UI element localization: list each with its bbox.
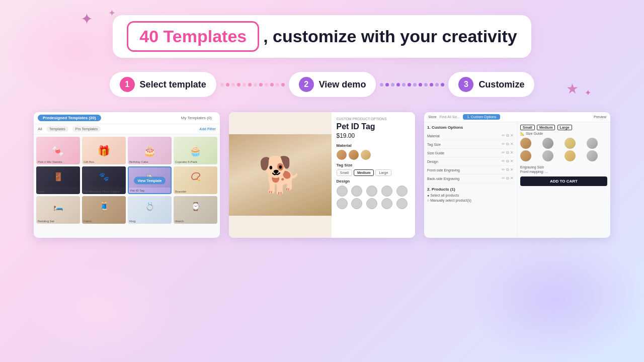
step-3-number: 3 <box>458 77 473 92</box>
copy-icon[interactable]: ⧉ <box>506 167 509 172</box>
template-item-cupcake[interactable]: 🧁 Cupcake 6-Pack <box>174 137 217 164</box>
dot <box>430 83 433 86</box>
select-products-option[interactable]: ● Select all products <box>427 194 514 197</box>
template-item-door[interactable]: 🚪 Door <box>36 166 80 194</box>
dot <box>408 83 411 86</box>
edit-icon[interactable]: ✏ <box>502 167 505 172</box>
add-filter[interactable]: Add Filter <box>199 127 216 131</box>
template-item-pet-tag[interactable]: 🏷️ View Template Pet ID Tag <box>128 166 172 194</box>
design-option[interactable] <box>337 198 348 209</box>
material-circle-7[interactable] <box>565 150 576 161</box>
ss1-tab-predesigned[interactable]: Predesigned Templates (20) <box>38 115 101 121</box>
ss1-tab-my[interactable]: My Templates (0) <box>177 115 216 121</box>
edit-icon[interactable]: ✏ <box>502 150 505 155</box>
size-btn-small[interactable]: Small <box>520 125 535 130</box>
step-1[interactable]: 1 Select template <box>110 72 216 97</box>
ss3-find-label: Find All Siz... <box>440 115 460 119</box>
template-item-pet-frame[interactable]: 🐾 Pet Memorial Photo Frame <box>82 166 126 194</box>
template-item-label: Bracelet <box>175 190 186 193</box>
design-option[interactable] <box>366 198 377 209</box>
material-circle-1[interactable] <box>520 138 531 149</box>
ss3-store-label: Store <box>428 115 437 119</box>
template-item-label: Pick n Mix Sweets <box>38 160 62 163</box>
step-3[interactable]: 3 Customize <box>448 72 534 97</box>
delete-icon[interactable]: ✕ <box>510 176 514 181</box>
delete-icon[interactable]: ✕ <box>510 142 514 147</box>
filter-all[interactable]: All <box>38 127 42 131</box>
material-circle-8[interactable] <box>587 150 598 161</box>
option-actions: ✏ ⧉ ✕ <box>502 159 514 164</box>
material-circle-2[interactable] <box>542 138 553 149</box>
filter-pro-tag[interactable]: Pro Templates <box>72 126 101 132</box>
add-to-cart-button[interactable]: ADD TO CART <box>520 176 607 186</box>
option-tag-size[interactable]: Tag Size ✏ ⧉ ✕ <box>427 140 514 149</box>
delete-icon[interactable]: ✕ <box>510 133 514 138</box>
size-btn-medium[interactable]: Medium <box>537 125 555 130</box>
design-option[interactable] <box>381 198 392 209</box>
design-option[interactable] <box>351 198 362 209</box>
option-material[interactable]: Material ✏ ⧉ ✕ <box>427 132 514 140</box>
template-item-ring[interactable]: 💍 Ring <box>128 196 172 224</box>
dot <box>259 83 263 86</box>
design-option[interactable] <box>396 198 408 209</box>
option-design[interactable]: Design ✏ ⧉ ✕ <box>427 157 514 166</box>
option-actions: ✏ ⧉ ✕ <box>502 167 514 172</box>
copy-icon[interactable]: ⧉ <box>506 133 509 138</box>
copy-icon[interactable]: ⧉ <box>506 176 509 181</box>
copy-icon[interactable]: ⧉ <box>506 142 509 147</box>
step-2[interactable]: 2 View demo <box>289 72 376 97</box>
size-btn-large[interactable]: Large <box>557 125 572 130</box>
delete-icon[interactable]: ✕ <box>510 167 514 172</box>
size-small[interactable]: Small <box>337 169 353 176</box>
ss3-preview-panel: Small Medium Large 📐 Size Guide <box>517 122 610 235</box>
dot <box>254 83 257 86</box>
option-front-engraving[interactable]: Front-side Engraving ✏ ⧉ ✕ <box>427 166 514 174</box>
edit-icon[interactable]: ✏ <box>502 133 505 138</box>
template-item-fabric[interactable]: 🧵 Fabric <box>82 196 126 224</box>
design-option[interactable] <box>351 186 362 197</box>
template-item-bedding[interactable]: 🛏️ Bedding Set <box>36 196 80 224</box>
option-actions: ✏ ⧉ ✕ <box>502 150 514 155</box>
manually-select-option[interactable]: ○ Manually select product(s) <box>427 199 514 202</box>
dot <box>237 83 240 86</box>
option-size-guide[interactable]: Size Guide ✏ ⧉ ✕ <box>427 149 514 157</box>
template-item-bracelet[interactable]: 📿 Bracelet <box>174 166 217 194</box>
dots-purple <box>380 83 444 86</box>
template-item-gift[interactable]: 🎁 Gift Box <box>82 137 126 164</box>
edit-icon[interactable]: ✏ <box>502 159 505 164</box>
copy-icon[interactable]: ⧉ <box>506 159 509 164</box>
design-option[interactable] <box>381 186 392 197</box>
products-title: 2. Products (1) <box>427 187 514 192</box>
material-option-3[interactable] <box>361 150 371 160</box>
dot <box>402 83 406 86</box>
template-item-cake[interactable]: 🎂 Birthday Cake <box>128 137 172 164</box>
template-item-label: Gift Box <box>84 160 94 163</box>
material-circle-4[interactable] <box>587 138 598 149</box>
ss1-header: Predesigned Templates (20) My Templates … <box>34 112 220 124</box>
delete-icon[interactable]: ✕ <box>510 150 514 155</box>
material-option-1[interactable] <box>337 150 347 160</box>
ss3-preview-label: Preview <box>594 115 606 119</box>
template-item-sweets[interactable]: 🍬 Pick n Mix Sweets <box>36 137 80 164</box>
material-circle-3[interactable] <box>565 138 576 149</box>
design-option[interactable] <box>366 186 377 197</box>
size-large[interactable]: Large <box>375 169 391 176</box>
size-guide-link[interactable]: 📐 Size Guide <box>520 132 607 136</box>
template-item-watch[interactable]: ⌚ Watch <box>174 196 217 224</box>
copy-icon[interactable]: ⧉ <box>506 150 509 155</box>
design-option[interactable] <box>337 186 348 197</box>
filter-pro-label: Pro Templates <box>75 127 98 131</box>
material-circle-6[interactable] <box>542 150 553 161</box>
material-option-2[interactable] <box>349 150 359 160</box>
design-option[interactable] <box>396 186 408 197</box>
delete-icon[interactable]: ✕ <box>510 159 514 164</box>
material-circle-5[interactable] <box>520 150 531 161</box>
ss3-custom-options-tab[interactable]: 1. Custom Options <box>463 114 500 120</box>
size-medium[interactable]: Medium <box>354 169 374 176</box>
filter-templates-tag[interactable]: Templates <box>46 126 68 132</box>
edit-icon[interactable]: ✏ <box>502 176 505 181</box>
edit-icon[interactable]: ✏ <box>502 142 505 147</box>
option-back-engraving[interactable]: Back-side Engraving ✏ ⧉ ✕ <box>427 174 514 183</box>
view-template-overlay[interactable]: View Template <box>134 176 166 184</box>
option-label: Tag Size <box>427 143 441 146</box>
